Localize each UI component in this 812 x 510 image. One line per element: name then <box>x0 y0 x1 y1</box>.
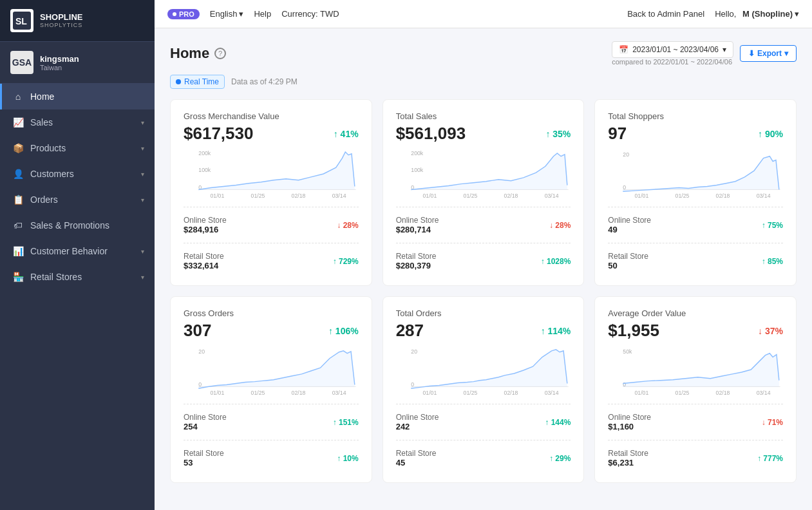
retail-pct-total-orders: ↑ 29% <box>549 454 571 463</box>
export-button[interactable]: ⬇ Export ▾ <box>740 45 797 62</box>
retail-pct-gross-orders: ↑ 10% <box>337 454 358 463</box>
realtime-badge: Real Time <box>170 75 225 89</box>
retail-store-val-gmv: $332,614 <box>184 261 224 270</box>
svg-text:01/01: 01/01 <box>422 390 437 396</box>
chevron-down-icon-2: ▾ <box>141 145 144 152</box>
hello-text: Hello, <box>715 9 736 19</box>
sidebar-item-customers[interactable]: 👤 Customers ▾ <box>0 161 155 187</box>
retail-store-row-gross-orders: Retail Store 53 ↑ 10% <box>184 446 359 471</box>
behavior-icon: 📊 <box>12 245 24 257</box>
card-gross-orders: Gross Orders 307 ↑ 106% 200 01/0101/2502… <box>170 296 372 483</box>
svg-text:01/01: 01/01 <box>422 193 437 199</box>
retail-store-label-total-sales: Retail Store <box>396 252 437 261</box>
card-pct-gross-orders: ↑ 106% <box>328 326 359 336</box>
svg-text:02/18: 02/18 <box>716 390 730 396</box>
retail-store-val-total-sales: $280,379 <box>396 261 437 270</box>
sidebar-item-customer-behavior[interactable]: 📊 Customer Behavior ▾ <box>0 238 155 264</box>
card-pct-total-sales: ↑ 35% <box>545 129 571 139</box>
retail-icon: 🏪 <box>12 271 24 283</box>
svg-text:01/01: 01/01 <box>635 390 649 396</box>
date-range-value: 2023/01/01 ~ 2023/04/06 <box>632 45 719 54</box>
nav-label-orders: Orders <box>30 194 135 205</box>
promotions-icon: 🏷 <box>12 220 24 231</box>
sidebar-nav: ⌂ Home 📈 Sales ▾ 📦 Products ▾ 👤 Customer… <box>0 84 155 290</box>
svg-text:01/25: 01/25 <box>251 390 265 396</box>
chart-total-shoppers: 200 01/0101/2502/1803/14 <box>608 149 783 200</box>
chevron-down-icon-5: ▾ <box>141 248 144 255</box>
svg-text:01/01: 01/01 <box>210 193 224 199</box>
card-total-shoppers: Total Shoppers 97 ↑ 90% 200 01/0101/2502… <box>594 99 797 286</box>
divider-total-orders <box>396 404 571 404</box>
calendar-icon: 📅 <box>619 45 628 54</box>
svg-text:03/14: 03/14 <box>544 193 558 199</box>
svg-text:01/01: 01/01 <box>635 193 649 199</box>
sidebar-item-retail-stores[interactable]: 🏪 Retail Stores ▾ <box>0 264 155 290</box>
svg-text:01/25: 01/25 <box>463 390 477 396</box>
help-link[interactable]: Help <box>254 9 271 19</box>
sidebar-item-products[interactable]: 📦 Products ▾ <box>0 135 155 161</box>
main-content: PRO English ▾ Help Currency: TWD Back to… <box>155 0 812 510</box>
date-range-section: 📅 2023/01/01 ~ 2023/04/06 ▾ compared to … <box>612 41 797 66</box>
divider-gross-orders <box>184 404 359 404</box>
divider2-gmv <box>184 243 359 243</box>
retail-store-row-total-orders: Retail Store 45 ↑ 29% <box>396 446 571 471</box>
chevron-down-icon-6: ▾ <box>141 274 144 281</box>
svg-text:03/14: 03/14 <box>332 390 346 396</box>
currency-selector[interactable]: Currency: TWD <box>281 9 339 19</box>
card-value-total-sales: $561,093 <box>396 124 466 144</box>
svg-text:01/25: 01/25 <box>463 193 477 199</box>
chevron-date-icon: ▾ <box>722 45 726 54</box>
realtime-bar: Real Time Data as of 4:29 PM <box>170 75 797 89</box>
card-gmv: Gross Merchandise Value $617,530 ↑ 41% 2… <box>170 99 372 286</box>
svg-text:02/18: 02/18 <box>292 193 306 199</box>
svg-text:200k: 200k <box>411 150 424 156</box>
online-pct-avg-order-value: ↓ 71% <box>762 418 783 427</box>
card-title-gmv: Gross Merchandise Value <box>184 111 359 121</box>
card-value-avg-order-value: $1,955 <box>608 321 659 341</box>
retail-store-row-avg-order-value: Retail Store $6,231 ↑ 777% <box>608 446 783 471</box>
date-range-picker[interactable]: 📅 2023/01/01 ~ 2023/04/06 ▾ <box>612 41 733 58</box>
topbar: PRO English ▾ Help Currency: TWD Back to… <box>155 0 812 28</box>
svg-text:03/14: 03/14 <box>544 390 558 396</box>
retail-store-val-avg-order-value: $6,231 <box>608 458 648 468</box>
home-icon: ⌂ <box>12 91 24 102</box>
retail-store-row-gmv: Retail Store $332,614 ↑ 729% <box>184 249 359 274</box>
store-region: Taiwan <box>40 64 79 71</box>
language-selector[interactable]: English ▾ <box>210 9 244 19</box>
nav-label-retail: Retail Stores <box>30 272 135 282</box>
divider-avg-order-value <box>608 404 783 404</box>
chart-gmv: 200k100k0 01/0101/2502/1803/14 <box>184 149 359 200</box>
card-title-gross-orders: Gross Orders <box>184 308 359 318</box>
online-store-val-total-sales: $280,714 <box>396 225 439 234</box>
page-help-icon[interactable]: ? <box>214 48 226 59</box>
store-info: GSA kingsman Taiwan <box>0 42 155 84</box>
retail-store-label-gmv: Retail Store <box>184 252 224 261</box>
chart-avg-order-value: 50k0 01/0101/2502/1803/14 <box>608 346 783 397</box>
svg-text:03/14: 03/14 <box>757 193 771 199</box>
online-pct-total-sales: ↓ 28% <box>549 221 571 230</box>
chart-total-sales: 200k100k0 01/0101/2502/1803/14 <box>396 149 571 200</box>
card-value-gmv: $617,530 <box>184 124 253 144</box>
online-store-label-avg-order-value: Online Store <box>608 413 651 422</box>
card-value-gross-orders: 307 <box>184 321 211 341</box>
svg-text:01/01: 01/01 <box>210 390 224 396</box>
online-pct-total-shoppers: ↑ 75% <box>762 221 783 230</box>
svg-text:01/25: 01/25 <box>251 193 265 199</box>
online-store-label-gmv: Online Store <box>184 216 227 225</box>
svg-text:01/25: 01/25 <box>675 193 690 199</box>
sidebar-item-sales[interactable]: 📈 Sales ▾ <box>0 109 155 135</box>
card-pct-avg-order-value: ↓ 37% <box>758 326 783 336</box>
page-content: Home ? 📅 2023/01/01 ~ 2023/04/06 ▾ compa… <box>155 28 812 510</box>
svg-text:20: 20 <box>623 151 630 158</box>
back-admin-link[interactable]: Back to Admin Panel <box>627 9 704 19</box>
retail-pct-gmv: ↑ 729% <box>333 257 359 266</box>
user-menu[interactable]: Hello, M (Shopline) ▾ <box>715 9 799 19</box>
nav-label-behavior: Customer Behavior <box>30 246 135 256</box>
nav-label-promotions: Sales & Promotions <box>30 220 144 231</box>
sidebar-item-sales-promotions[interactable]: 🏷 Sales & Promotions <box>0 212 155 238</box>
card-total-orders: Total Orders 287 ↑ 114% 200 01/0101/2502… <box>382 296 585 483</box>
data-timestamp: Data as of 4:29 PM <box>231 77 297 86</box>
sidebar-item-orders[interactable]: 📋 Orders ▾ <box>0 187 155 212</box>
sidebar-item-home[interactable]: ⌂ Home <box>0 84 155 109</box>
nav-label-customers: Customers <box>30 169 135 179</box>
